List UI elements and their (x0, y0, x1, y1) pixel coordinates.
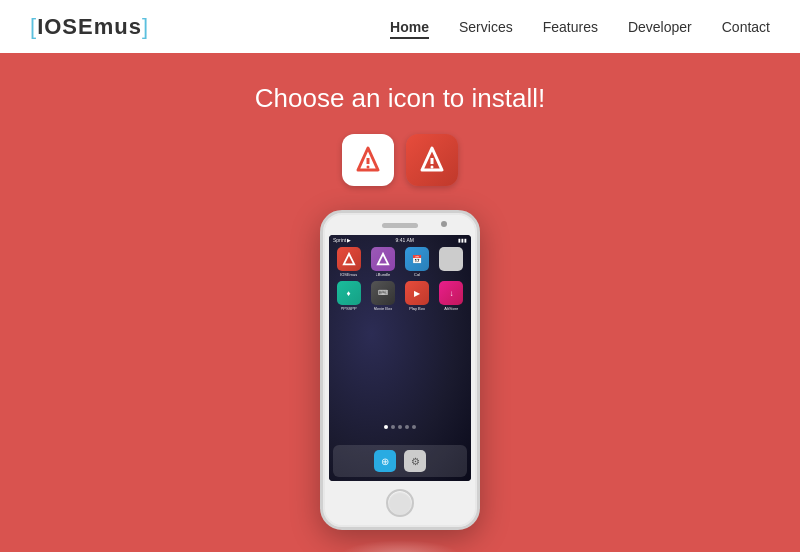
dock-safari: ⊕ (374, 450, 396, 472)
logo: [IOSEmus] (30, 14, 149, 40)
calendar-symbol: 📅 (412, 255, 422, 264)
navigation: [IOSEmus] Home Services Features Develop… (0, 0, 800, 53)
phone-screen: Sprint ▶ 9:41 AM ▮▮▮ IOSEmus (329, 235, 471, 481)
nav-item-services[interactable]: Services (459, 18, 513, 36)
iosemu-icon (342, 252, 356, 266)
app-lbundle (371, 247, 395, 271)
svg-marker-6 (343, 254, 354, 265)
play-symbol: ▶ (414, 289, 420, 298)
icon-chooser (342, 134, 458, 186)
nav-links: Home Services Features Developer Contact (390, 18, 770, 36)
dot-1 (384, 425, 388, 429)
dot-5 (412, 425, 416, 429)
grid-item-square (436, 247, 467, 277)
grid-item-iosemu: IOSEmus (333, 247, 364, 277)
app-iosemu (337, 247, 361, 271)
safari-icon: ⊕ (381, 456, 389, 467)
nav-item-developer[interactable]: Developer (628, 18, 692, 36)
grid-item-kbd: ⌨ Movie Box (367, 281, 398, 311)
app-label-game: PPSSPP (341, 306, 357, 311)
logo-bracket-close: ] (142, 14, 149, 39)
drv-symbol: ↓ (449, 289, 453, 298)
dot-3 (398, 425, 402, 429)
kbd-symbol: ⌨ (378, 289, 388, 297)
logo-text: IOSEmus (37, 14, 142, 39)
app-label-play: Play Box (409, 306, 425, 311)
app-label-iosemu: IOSEmus (340, 272, 357, 277)
svg-point-5 (431, 166, 434, 169)
app-icon-red[interactable] (406, 134, 458, 186)
grid-item-lbundle: LBundle (367, 247, 398, 277)
app-game: ♦ (337, 281, 361, 305)
app-label-drv: AltStore (444, 306, 458, 311)
app-square (439, 247, 463, 271)
nav-item-home[interactable]: Home (390, 18, 429, 36)
app-drv: ↓ (439, 281, 463, 305)
dock-settings: ⚙ (404, 450, 426, 472)
settings-icon: ⚙ (411, 456, 420, 467)
lb-icon (376, 252, 390, 266)
home-button[interactable] (386, 489, 414, 517)
app-icon-white[interactable] (342, 134, 394, 186)
app-grid-row2: ♦ PPSSPP ⌨ Movie Box ▶ (329, 279, 471, 313)
app-label-kbd: Movie Box (374, 306, 393, 311)
screen-background: Sprint ▶ 9:41 AM ▮▮▮ IOSEmus (329, 235, 471, 481)
svg-point-2 (367, 166, 370, 169)
carrier-text: Sprint ▶ (333, 237, 351, 243)
a-icon-red-svg (416, 144, 448, 176)
a-icon-white-svg (352, 144, 384, 176)
dot-2 (391, 425, 395, 429)
grid-item-play: ▶ Play Box (402, 281, 433, 311)
time-text: 9:41 AM (396, 237, 414, 243)
app-label-lbundle: LBundle (376, 272, 391, 277)
grid-item-calendar: 📅 Cal (402, 247, 433, 277)
battery-text: ▮▮▮ (458, 237, 467, 243)
page-headline: Choose an icon to install! (255, 83, 546, 114)
phone-camera (441, 221, 447, 227)
page-dots (384, 425, 416, 429)
phone-body: Sprint ▶ 9:41 AM ▮▮▮ IOSEmus (320, 210, 480, 530)
phone-speaker (382, 223, 418, 228)
nav-item-features[interactable]: Features (543, 18, 598, 36)
phone-mockup: Sprint ▶ 9:41 AM ▮▮▮ IOSEmus (320, 210, 480, 530)
app-kbd: ⌨ (371, 281, 395, 305)
dot-4 (405, 425, 409, 429)
app-play: ▶ (405, 281, 429, 305)
svg-marker-7 (378, 254, 389, 265)
app-calendar: 📅 (405, 247, 429, 271)
phone-reflection (340, 540, 460, 552)
dock: ⊕ ⚙ (333, 445, 467, 477)
grid-item-game: ♦ PPSSPP (333, 281, 364, 311)
status-bar: Sprint ▶ 9:41 AM ▮▮▮ (329, 235, 471, 245)
app-label-calendar: Cal (414, 272, 420, 277)
game-symbol: ♦ (347, 289, 351, 298)
grid-item-drv: ↓ AltStore (436, 281, 467, 311)
main-content: Choose an icon to install! (0, 53, 800, 530)
app-grid-row1: IOSEmus LBundle 📅 Cal (329, 245, 471, 279)
nav-item-contact[interactable]: Contact (722, 18, 770, 36)
